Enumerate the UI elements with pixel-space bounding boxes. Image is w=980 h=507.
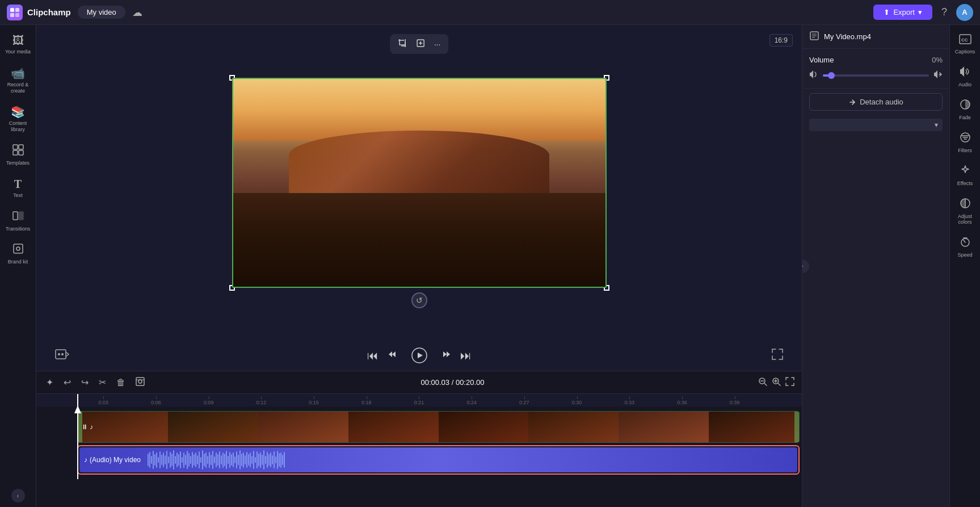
tick-6: 0:21 xyxy=(393,400,445,405)
delete-btn[interactable]: 🗑 xyxy=(113,376,128,389)
svg-text:CC: CC xyxy=(961,37,968,43)
topbar-right: ⬆ Export ▾ ? A xyxy=(873,4,973,21)
app-logo[interactable]: Clipchamp xyxy=(7,5,71,20)
adjust-colors-icon xyxy=(960,198,971,212)
sidebar-item-text[interactable]: T Text xyxy=(1,173,35,203)
sidebar-item-brand-kit[interactable]: Brand kit xyxy=(1,238,35,270)
timeline-section: ✦ ↩ ↪ ✂ 🗑 00:00.03 / 00:20.00 xyxy=(36,371,802,507)
fade-icon xyxy=(960,99,971,113)
sparkle-btn[interactable]: ✦ xyxy=(43,375,56,389)
timeline-time-display: 00:00.03 / 00:20.00 xyxy=(420,378,484,387)
zoom-in-btn[interactable] xyxy=(771,376,781,389)
center-area: ··· 16:9 ↺ xyxy=(36,25,802,507)
crop-btn[interactable] xyxy=(394,36,410,52)
cut-btn[interactable]: ✂ xyxy=(96,375,109,389)
sidebar-captions[interactable]: CC Captions xyxy=(951,30,979,59)
file-icon xyxy=(809,31,819,43)
sidebar-item-templates[interactable]: Templates xyxy=(1,140,35,171)
redo-btn[interactable]: ↪ xyxy=(78,375,91,389)
svg-rect-17 xyxy=(136,378,144,386)
ai-tools-btn[interactable] xyxy=(54,346,70,365)
project-title[interactable]: My video xyxy=(78,6,125,19)
track-thumbnails xyxy=(78,412,799,442)
fit-to-screen-btn[interactable] xyxy=(785,376,795,389)
export-button[interactable]: ⬆ Export ▾ xyxy=(873,5,932,20)
sidebar-speed[interactable]: Speed xyxy=(951,232,979,262)
timeline-tracks: ⏸ ♪ ♪ (Audio) My video xyxy=(36,407,802,479)
video-track[interactable]: ⏸ ♪ xyxy=(77,411,800,443)
sidebar-item-transitions[interactable]: Transitions xyxy=(1,206,35,237)
cloud-save-btn[interactable]: ☁ xyxy=(132,6,142,19)
thumb-6 xyxy=(619,412,709,442)
volume-section: Volume 0% xyxy=(802,49,949,89)
zoom-out-btn[interactable] xyxy=(758,376,768,389)
tick-12: 0:39 xyxy=(708,400,761,405)
sidebar-fade[interactable]: Fade xyxy=(951,94,979,125)
timeline-playhead[interactable] xyxy=(77,394,78,407)
sidebar-collapse-btn[interactable]: ‹ xyxy=(11,489,25,502)
app-name: Clipchamp xyxy=(27,7,71,17)
svg-rect-1 xyxy=(15,8,19,12)
playback-center: ⏮ xyxy=(367,345,472,366)
sidebar-filters[interactable]: Filters xyxy=(951,127,979,158)
sidebar-item-content-library[interactable]: 📚 Content library xyxy=(1,100,35,137)
playhead-marker[interactable] xyxy=(74,405,81,413)
panel-dropdown-btn[interactable]: ▾ xyxy=(809,119,943,131)
help-button[interactable]: ? xyxy=(941,6,947,18)
record-create-icon: 📹 xyxy=(11,66,25,80)
volume-slider[interactable] xyxy=(823,74,929,77)
fullscreen-btn[interactable] xyxy=(771,348,784,363)
svg-rect-0 xyxy=(10,8,14,12)
detach-audio-btn[interactable]: Detach audio xyxy=(809,93,943,111)
export-chevron-icon: ▾ xyxy=(918,8,922,16)
filters-label: Filters xyxy=(958,148,972,153)
more-options-btn[interactable]: ··· xyxy=(431,36,444,52)
text-icon: T xyxy=(14,178,22,191)
save-btn[interactable] xyxy=(133,375,148,390)
resize-btn[interactable] xyxy=(413,36,428,52)
timeline-ruler: 0:03 0:06 0:09 0:12 0:15 0:18 0:21 0:24 … xyxy=(36,394,802,407)
rewind-btn[interactable] xyxy=(388,348,400,363)
your-media-label: Your media xyxy=(5,49,31,55)
logo-icon xyxy=(7,5,23,20)
track-handle-right[interactable] xyxy=(794,412,799,442)
undo-btn[interactable]: ↩ xyxy=(61,375,74,389)
templates-icon xyxy=(12,144,24,158)
tick-4: 0:15 xyxy=(288,400,340,405)
collapse-panel-btn[interactable]: › xyxy=(802,259,809,273)
svg-rect-13 xyxy=(56,350,66,359)
playback-left xyxy=(54,346,89,365)
content-library-icon: 📚 xyxy=(11,105,25,119)
user-avatar[interactable]: A xyxy=(956,4,973,21)
tick-10: 0:33 xyxy=(603,400,656,405)
record-create-label: Record & create xyxy=(3,82,33,94)
svg-rect-5 xyxy=(19,145,23,149)
music-icon: ♪ xyxy=(84,456,87,464)
sidebar-item-record-create[interactable]: 📹 Record & create xyxy=(1,62,35,99)
audio-track[interactable]: ♪ (Audio) My video xyxy=(79,447,797,472)
templates-label: Templates xyxy=(6,160,30,166)
sidebar-adjust-colors[interactable]: Adjust colors xyxy=(951,193,979,229)
skip-to-start-btn[interactable]: ⏮ xyxy=(367,349,378,362)
preview-area: ··· 16:9 ↺ xyxy=(36,25,802,340)
track-pause-icon: ⏸ xyxy=(81,423,88,431)
svg-rect-3 xyxy=(15,13,19,17)
sidebar-audio[interactable]: Audio xyxy=(951,61,979,92)
mute-all-btn[interactable] xyxy=(933,70,943,81)
sidebar-effects[interactable]: Effects xyxy=(951,160,979,191)
volume-slider-row xyxy=(809,70,943,81)
right-panel-header: My Video.mp4 xyxy=(802,25,949,49)
right-panel: › My Video.mp4 Volume 0% xyxy=(802,25,949,507)
fast-forward-btn[interactable] xyxy=(439,348,451,363)
play-pause-btn[interactable] xyxy=(409,345,430,366)
skip-to-end-btn[interactable]: ⏭ xyxy=(460,349,472,362)
audio-track-row: ♪ (Audio) My video ◀ xyxy=(77,445,800,475)
mute-btn[interactable] xyxy=(809,70,818,81)
content-library-label: Content library xyxy=(3,120,33,133)
volume-slider-thumb[interactable] xyxy=(828,72,835,79)
rotation-handle[interactable]: ↺ xyxy=(411,292,427,308)
tick-8: 0:27 xyxy=(498,400,551,405)
tick-11: 0:36 xyxy=(656,400,709,405)
svg-rect-4 xyxy=(13,145,18,149)
sidebar-item-your-media[interactable]: 🖼 Your media xyxy=(1,30,35,60)
